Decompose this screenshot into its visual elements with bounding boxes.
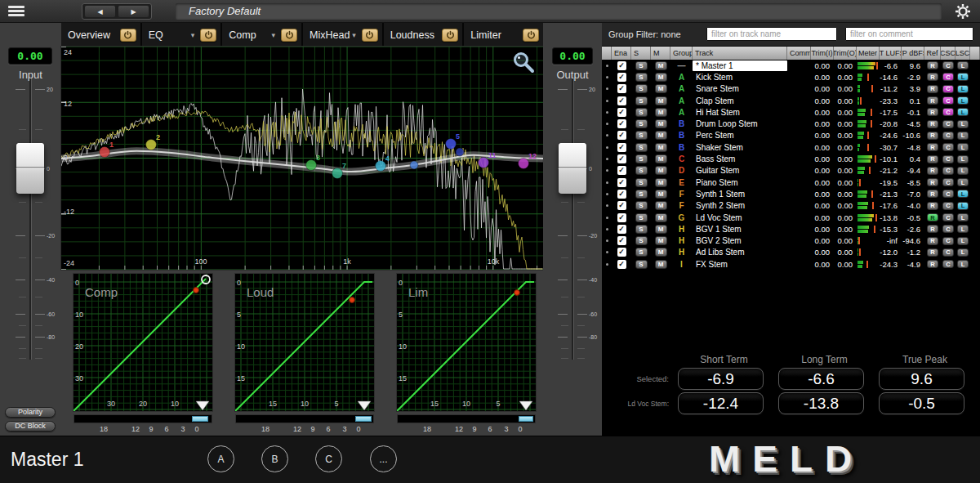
mute-button[interactable]: M <box>655 166 667 175</box>
track-name[interactable]: Snare Stem <box>693 84 787 93</box>
csc-chip[interactable]: C <box>942 73 954 81</box>
table-row[interactable]: ✓SMFSynth 1 Stem0.000.00-21.3-7.0RCL <box>602 188 980 199</box>
mute-button[interactable]: M <box>655 236 667 245</box>
power-button[interactable] <box>523 29 539 42</box>
input-fader-handle[interactable] <box>16 143 44 194</box>
csc-chip[interactable]: C <box>942 155 954 163</box>
power-button[interactable] <box>362 29 378 42</box>
csc-chip[interactable]: C <box>942 167 954 175</box>
csc-chip[interactable]: C <box>942 190 954 198</box>
solo-button[interactable]: S <box>635 248 648 257</box>
table-row[interactable]: ✓SMBShaker Stem0.000.00-30.7-4.8RCL <box>602 141 980 153</box>
ref-chip[interactable]: R <box>927 120 938 128</box>
ref-chip[interactable]: R <box>927 167 938 175</box>
mute-button[interactable]: M <box>655 84 667 93</box>
solo-button[interactable]: S <box>635 108 648 117</box>
csc-chip[interactable]: C <box>942 120 954 128</box>
lsc-chip[interactable]: L <box>957 108 969 116</box>
next-preset-button[interactable]: ▶ <box>118 6 149 17</box>
eq-band-handle[interactable] <box>519 159 529 169</box>
track-name[interactable]: Piano Stem <box>693 178 787 187</box>
column-header-track[interactable]: Track <box>693 47 787 60</box>
column-header-comm[interactable]: Comm... <box>787 47 811 60</box>
table-row[interactable]: ✓SMFSynth 2 Stem0.000.00-17.6-4.0RCL <box>602 200 980 212</box>
mute-button[interactable]: M <box>655 213 667 222</box>
enable-checkbox[interactable]: ✓ <box>617 119 626 128</box>
table-row[interactable]: ✓SMHBGV 1 Stem0.000.00-15.3-2.6RCL <box>602 223 980 235</box>
eq-band-handle[interactable] <box>410 161 418 169</box>
mute-button[interactable]: M <box>655 131 667 140</box>
power-button[interactable] <box>281 29 297 42</box>
table-row[interactable]: ✓SMCBass Stem0.000.00-10.10.4RCL <box>602 153 980 164</box>
column-header-lsc[interactable]: LSC <box>956 47 970 60</box>
track-name[interactable]: BGV 1 Stem <box>693 225 787 234</box>
mute-button[interactable]: M <box>655 178 667 187</box>
mute-button[interactable]: M <box>655 143 667 152</box>
eq-band-handle[interactable] <box>100 147 110 158</box>
lsc-chip[interactable]: L <box>957 143 969 151</box>
table-row[interactable]: ✓SM—* Master 10.000.00-6.69.6RCL <box>602 60 980 71</box>
group-letter[interactable]: B <box>679 119 684 128</box>
solo-button[interactable]: S <box>635 178 648 187</box>
table-row[interactable]: ✓SMDGuitar Stem0.000.00-21.2-9.4RCL <box>602 165 980 177</box>
lsc-chip[interactable]: L <box>957 178 969 186</box>
csc-chip[interactable]: C <box>942 225 954 233</box>
track-name[interactable]: Bass Stem <box>693 154 787 163</box>
chevron-down-icon[interactable]: ▾ <box>271 31 275 39</box>
gear-icon[interactable] <box>954 2 972 20</box>
track-name[interactable]: Kick Stem <box>693 73 787 82</box>
track-name[interactable]: Drum Loop Stem <box>693 119 787 128</box>
enable-checkbox[interactable]: ✓ <box>617 84 626 93</box>
table-row[interactable]: ✓SMHBGV 2 Stem0.000.00-inf-94.6RCL <box>602 235 980 246</box>
track-name-filter-input[interactable] <box>706 27 837 41</box>
table-row[interactable]: ✓SMGLd Voc Stem0.000.00-13.8-0.5RCL <box>602 212 980 223</box>
mute-button[interactable]: M <box>655 248 667 257</box>
enable-checkbox[interactable]: ✓ <box>617 108 626 117</box>
enable-checkbox[interactable]: ✓ <box>617 248 626 257</box>
tab-limiter[interactable]: Limiter <box>464 23 543 47</box>
group-letter[interactable]: F <box>679 201 684 210</box>
csc-chip[interactable]: C <box>942 178 954 186</box>
column-header-ena[interactable]: Ena <box>612 47 631 60</box>
group-letter[interactable]: A <box>679 108 684 117</box>
group-letter[interactable]: C <box>679 154 684 163</box>
csc-chip[interactable]: C <box>942 202 954 210</box>
track-name[interactable]: BGV 2 Stem <box>693 236 787 245</box>
magnifier-icon[interactable] <box>512 51 535 74</box>
chevron-down-icon[interactable]: ▾ <box>191 31 195 39</box>
snapshot-button-more[interactable]: ... <box>370 445 397 472</box>
eq-band-handle[interactable] <box>446 139 457 150</box>
csc-chip[interactable]: C <box>942 132 954 140</box>
lsc-chip[interactable]: L <box>957 237 969 245</box>
eq-band-handle[interactable] <box>376 161 386 172</box>
track-name[interactable]: Synth 2 Stem <box>693 201 787 210</box>
lsc-chip[interactable]: L <box>957 85 969 93</box>
eq-band-handle[interactable] <box>306 160 317 171</box>
solo-button[interactable]: S <box>635 143 648 152</box>
track-name[interactable]: Shaker Stem <box>693 143 787 152</box>
table-row[interactable]: ✓SMASnare Stem0.000.00-11.23.9RCL <box>602 83 980 95</box>
menu-icon[interactable] <box>8 6 24 17</box>
table-row[interactable]: ✓SMBPerc Stem0.000.00-24.6-10.6RCL <box>602 130 980 141</box>
solo-button[interactable]: S <box>635 260 648 269</box>
track-name[interactable]: Ad Libs Stem <box>693 248 787 257</box>
ref-chip[interactable]: R <box>927 132 938 140</box>
mute-button[interactable]: M <box>655 96 667 105</box>
group-letter[interactable]: H <box>679 225 684 234</box>
enable-checkbox[interactable]: ✓ <box>617 225 626 234</box>
tab-comp[interactable]: Comp▾ <box>222 23 301 47</box>
enable-checkbox[interactable]: ✓ <box>617 178 626 187</box>
lim-graph[interactable]: Lim0510151510518129630 <box>397 274 536 434</box>
solo-button[interactable]: S <box>635 96 648 105</box>
group-filter[interactable]: Group Filter: none <box>608 29 681 39</box>
spectrum-display[interactable]: 123745111224120-12-241001k10k <box>61 47 543 270</box>
output-fader-handle[interactable] <box>559 143 586 194</box>
column-header-trimi[interactable]: Trim(I) <box>811 47 834 60</box>
lsc-chip[interactable]: L <box>957 190 969 198</box>
prev-preset-button[interactable]: ◀ <box>85 6 115 17</box>
table-row[interactable]: ✓SMIFX Stem0.000.00-24.3-4.9RCL <box>602 258 980 270</box>
column-header-m[interactable]: M <box>651 47 670 60</box>
lim-plot[interactable]: Lim05101515105 <box>397 274 536 411</box>
group-letter[interactable]: A <box>679 84 684 93</box>
track-name[interactable]: Synth 1 Stem <box>693 190 787 199</box>
